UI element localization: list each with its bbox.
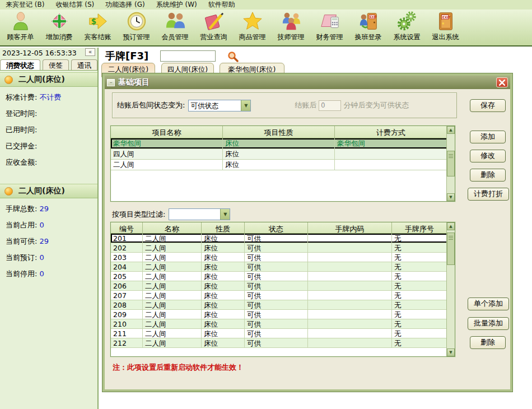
single-add-button[interactable]: 单个添加 xyxy=(468,298,509,310)
add-button[interactable]: 添加 xyxy=(470,131,506,143)
filter-label: 按项目类型过滤: xyxy=(112,210,165,220)
table-row[interactable]: 211 二人间 床位 可供 无 xyxy=(111,329,455,338)
toolbar-member-management[interactable]: 会员管理 xyxy=(156,10,194,44)
toolbar-finance-management[interactable]: 财务管理 xyxy=(310,10,349,44)
stats-panel-header: 二人间(床位) xyxy=(0,184,97,198)
toolbar-system-settings[interactable]: 系统设置 xyxy=(388,10,426,44)
room-panel-header: 二人间(床位) xyxy=(0,72,97,87)
minutes-input[interactable] xyxy=(319,100,341,111)
info-row: 标准计费: 不计费 xyxy=(0,87,97,103)
sidebar-collapse-button[interactable]: « xyxy=(85,48,95,56)
info-row: 已交押金: xyxy=(0,136,97,152)
info-row: 已用时间: xyxy=(0,119,97,136)
table-row[interactable]: 207 二人间 床位 可供 无 xyxy=(111,291,455,300)
table-row[interactable]: 205 二人间 床位 可供 无 xyxy=(111,272,455,281)
toolbar-exit-system[interactable]: EXIT 退出系统 xyxy=(426,10,465,44)
tab-consume-status[interactable]: 消费状态 xyxy=(0,59,40,70)
basic-items-dialog: － 基础项目 结账后包间状态变为: 可供状态 ▼ 结账后 分钟后变为可供状态 保… xyxy=(102,73,512,392)
toolbar: 顾客开单 增加消费 $ 宾客结账 预订管理 会员管理 营业查询 商品管理 技师管… xyxy=(0,10,532,47)
sidebar: 2023-12-05 16:53:33 « 消费状态 便签 通讯 二人间(床位)… xyxy=(0,48,99,409)
menu-bar: 来宾登记 (B) 收银结算 (S) 功能选择 (G) 系统维护 (W) 软件帮助 xyxy=(0,0,532,10)
dialog-titlebar[interactable]: － 基础项目 xyxy=(105,76,510,89)
batch-add-button[interactable]: 批量添加 xyxy=(468,317,509,330)
chevron-down-icon: ▼ xyxy=(220,209,230,220)
table-row[interactable]: 202 二人间 床位 可供 无 xyxy=(111,243,455,253)
menu-function-select[interactable]: 功能选择 (G) xyxy=(100,0,150,10)
hand-tags-table: 编号 名称 性质 状态 手牌内码 手牌序号 201 二人间 床位 可供 无 20… xyxy=(110,222,455,357)
menu-cashier-settle[interactable]: 收银结算 (S) xyxy=(50,0,100,10)
table-row[interactable]: 204 二人间 床位 可供 无 xyxy=(111,262,455,272)
table-row[interactable]: 201 二人间 床位 可供 无 xyxy=(111,234,455,243)
table-row[interactable]: 212 二人间 床位 可供 无 xyxy=(111,338,455,348)
delete-button[interactable]: 删除 xyxy=(470,169,506,182)
table-row[interactable]: 203 二人间 床位 可供 无 xyxy=(111,253,455,262)
stat-row: 当前占用: 0 xyxy=(0,215,97,231)
minimize-icon: － xyxy=(107,79,115,86)
toolbar-technician-management[interactable]: 技师管理 xyxy=(272,10,310,44)
stat-row: 当前停用: 0 xyxy=(0,263,97,280)
toolbar-guest-checkout[interactable]: $ 宾客结账 xyxy=(78,10,117,44)
business-query-icon xyxy=(203,11,225,32)
table-row[interactable]: 209 二人间 床位 可供 无 xyxy=(111,310,455,319)
toolbar-business-query[interactable]: 营业查询 xyxy=(194,10,233,44)
table-row[interactable]: 二人间 床位 xyxy=(111,160,455,170)
room-info-list: 标准计费: 不计费 登记时间: 已用时间: 已交押金: 应收金额: xyxy=(0,87,97,182)
technician-management-icon xyxy=(281,11,302,32)
delete-tag-button[interactable]: 删除 xyxy=(470,336,506,349)
menu-system-maintain[interactable]: 系统维护 (W) xyxy=(151,0,203,10)
status-select[interactable]: 可供状态 ▼ xyxy=(188,100,251,111)
after-checkout-label: 结账后 xyxy=(295,100,316,110)
item-types-header: 项目名称 项目性质 计费方式 xyxy=(111,126,455,138)
add-consumption-icon xyxy=(49,11,70,32)
toolbar-reservation[interactable]: 预订管理 xyxy=(117,10,156,44)
toolbar-shift-login[interactable]: EXIT 换班登录 xyxy=(349,10,388,44)
scroll-down-icon[interactable]: ▼ xyxy=(447,348,455,356)
table-row[interactable]: 豪华包间 床位 豪华包间 xyxy=(111,138,455,149)
scroll-up-icon[interactable]: ▲ xyxy=(447,222,455,230)
hand-tag-search-input[interactable] xyxy=(160,50,216,62)
goods-management-icon xyxy=(242,11,263,32)
table-row[interactable]: 四人间 床位 xyxy=(111,149,455,160)
item-types-table: 项目名称 项目性质 计费方式 豪华包间 床位 豪华包间 四人间 床位 二 xyxy=(110,126,455,202)
scroll-up-icon[interactable]: ▲ xyxy=(447,126,455,134)
status-change-label: 结账后包间状态变为: xyxy=(117,100,185,110)
svg-text:EXIT: EXIT xyxy=(442,16,450,19)
tab-notes[interactable]: 便签 xyxy=(43,59,69,70)
shift-login-icon: EXIT xyxy=(358,11,379,32)
guest-checkout-icon: $ xyxy=(87,11,109,32)
save-button[interactable]: 保存 xyxy=(470,99,506,112)
table-row[interactable]: 208 二人间 床位 可供 无 xyxy=(111,300,455,310)
billing-discount-button[interactable]: 计费打折 xyxy=(468,188,509,201)
table-row[interactable]: 210 二人间 床位 可供 无 xyxy=(111,319,455,329)
close-button[interactable] xyxy=(496,77,508,87)
table-row[interactable]: 206 二人间 床位 可供 无 xyxy=(111,281,455,291)
close-icon xyxy=(499,80,505,86)
menu-guest-register[interactable]: 来宾登记 (B) xyxy=(0,0,50,10)
stat-row: 当前可供: 29 xyxy=(0,231,97,247)
filter-select[interactable]: ▼ xyxy=(169,208,230,220)
chevron-down-icon: ▼ xyxy=(241,100,250,111)
svg-text:EXIT: EXIT xyxy=(369,15,377,18)
status-ball-icon xyxy=(4,187,13,196)
svg-text:$: $ xyxy=(91,17,96,26)
info-row: 登记时间: xyxy=(0,103,97,119)
scrollbar-thumb[interactable] xyxy=(447,233,455,265)
scrollbar-thumb[interactable] xyxy=(447,151,455,176)
toolbar-customer-billing[interactable]: 顾客开单 xyxy=(1,10,40,44)
scroll-down-icon[interactable]: ▼ xyxy=(447,193,455,201)
restart-note: 注：此项设置后重新启动软件才能生效！ xyxy=(113,362,244,373)
info-row: 应收金额: xyxy=(0,152,97,168)
status-ball-icon xyxy=(4,76,13,84)
finance-management-icon xyxy=(319,11,340,32)
table1-scrollbar[interactable]: ▲ ▼ xyxy=(446,126,455,201)
exit-system-icon: EXIT xyxy=(435,11,456,32)
item-types-body: 豪华包间 床位 豪华包间 四人间 床位 二人间 床位 xyxy=(111,138,455,170)
hand-tags-header: 编号 名称 性质 状态 手牌内码 手牌序号 xyxy=(111,222,455,234)
modify-button[interactable]: 修改 xyxy=(470,150,506,162)
menu-software-help[interactable]: 软件帮助 xyxy=(203,0,241,10)
table2-scrollbar[interactable]: ▲ ▼ xyxy=(446,222,455,356)
toolbar-goods-management[interactable]: 商品管理 xyxy=(233,10,272,44)
stat-row: 手牌总数: 29 xyxy=(0,198,97,215)
toolbar-add-consumption[interactable]: 增加消费 xyxy=(40,10,78,44)
tab-communication[interactable]: 通讯 xyxy=(71,59,97,70)
